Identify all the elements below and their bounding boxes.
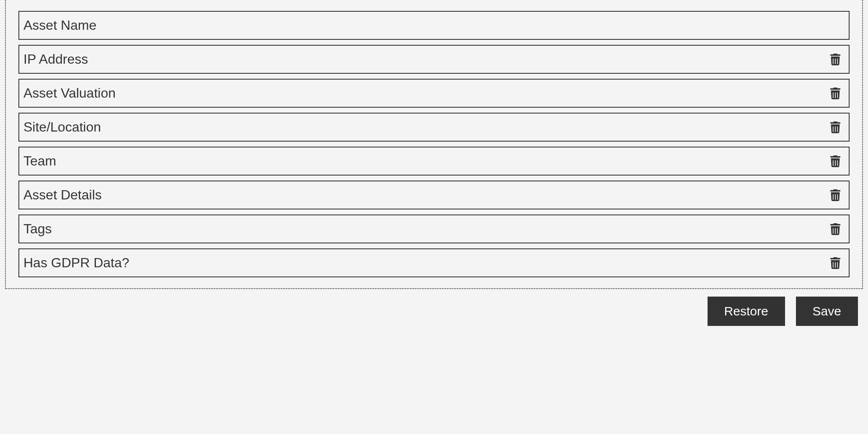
delete-button[interactable] bbox=[829, 87, 842, 100]
field-label: Asset Valuation bbox=[23, 85, 116, 101]
delete-button[interactable] bbox=[829, 222, 842, 236]
field-label: Has GDPR Data? bbox=[23, 255, 129, 271]
page-container: Asset Name IP Address Asset Valuation Si… bbox=[0, 0, 868, 326]
delete-button[interactable] bbox=[829, 256, 842, 270]
trash-icon bbox=[829, 257, 841, 269]
field-row-asset-name[interactable]: Asset Name bbox=[18, 11, 850, 40]
trash-icon bbox=[829, 189, 841, 201]
trash-icon bbox=[829, 121, 841, 133]
field-list: Asset Name IP Address Asset Valuation Si… bbox=[5, 0, 863, 289]
delete-button[interactable] bbox=[829, 121, 842, 134]
trash-icon bbox=[829, 155, 841, 167]
field-row-asset-valuation[interactable]: Asset Valuation bbox=[18, 79, 850, 108]
trash-icon bbox=[829, 223, 841, 235]
delete-button[interactable] bbox=[829, 53, 842, 66]
delete-button[interactable] bbox=[829, 189, 842, 202]
save-button[interactable]: Save bbox=[796, 297, 858, 326]
field-label: Asset Details bbox=[23, 187, 102, 203]
trash-icon bbox=[829, 54, 841, 65]
field-row-has-gdpr-data[interactable]: Has GDPR Data? bbox=[18, 248, 850, 277]
delete-button[interactable] bbox=[829, 155, 842, 168]
actions-bar: Restore Save bbox=[5, 289, 863, 326]
field-row-site-location[interactable]: Site/Location bbox=[18, 113, 850, 142]
restore-button[interactable]: Restore bbox=[708, 297, 785, 326]
trash-icon bbox=[829, 88, 841, 99]
field-row-asset-details[interactable]: Asset Details bbox=[18, 181, 850, 209]
field-label: Team bbox=[23, 153, 56, 169]
field-label: IP Address bbox=[23, 52, 88, 67]
field-label: Site/Location bbox=[23, 119, 101, 135]
field-row-ip-address[interactable]: IP Address bbox=[18, 45, 850, 74]
field-row-tags[interactable]: Tags bbox=[18, 214, 850, 243]
field-row-team[interactable]: Team bbox=[18, 147, 850, 176]
field-label: Tags bbox=[23, 221, 52, 237]
field-label: Asset Name bbox=[23, 18, 96, 33]
